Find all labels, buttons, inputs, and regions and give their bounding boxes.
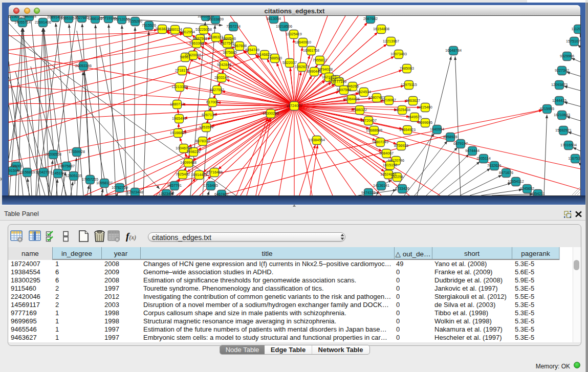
svg-text:6879197: 6879197 <box>453 141 468 146</box>
svg-text:1353594: 1353594 <box>199 125 213 129</box>
svg-text:8699695: 8699695 <box>418 120 432 125</box>
svg-text:14055714: 14055714 <box>14 20 31 25</box>
svg-text:10782759: 10782759 <box>112 185 128 190</box>
svg-text:252254: 252254 <box>391 174 403 179</box>
svg-text:6467467: 6467467 <box>214 192 229 195</box>
svg-text:8354211: 8354211 <box>531 191 545 195</box>
svg-text:391594: 391594 <box>9 168 19 173</box>
svg-text:1965493: 1965493 <box>172 116 186 121</box>
svg-text:10975887: 10975887 <box>58 164 75 168</box>
svg-text:9329966: 9329966 <box>560 54 574 58</box>
svg-text:12093873: 12093873 <box>551 82 568 87</box>
svg-text:1880713: 1880713 <box>170 102 184 106</box>
svg-text:2935114: 2935114 <box>476 156 490 161</box>
svg-text:19166829: 19166829 <box>170 130 186 135</box>
svg-text:19654923: 19654923 <box>399 127 416 132</box>
svg-text:9857791: 9857791 <box>167 183 182 188</box>
svg-text:17016504: 17016504 <box>560 143 577 147</box>
svg-text:7625402: 7625402 <box>176 172 190 177</box>
svg-text:1640954: 1640954 <box>430 127 444 132</box>
svg-text:19218506: 19218506 <box>276 24 292 29</box>
svg-text:18300295: 18300295 <box>263 111 279 116</box>
svg-text:16961758: 16961758 <box>303 48 319 53</box>
svg-text:20364436: 20364436 <box>343 97 360 101</box>
svg-text:9327508: 9327508 <box>193 36 207 41</box>
svg-text:1145194: 1145194 <box>51 171 64 176</box>
svg-text:9115460: 9115460 <box>418 105 432 110</box>
svg-text:8756928: 8756928 <box>394 143 408 148</box>
svg-text:7386322: 7386322 <box>353 107 367 112</box>
svg-text:12042737: 12042737 <box>35 170 52 174</box>
svg-text:8215955: 8215955 <box>540 106 554 111</box>
svg-text:8186323: 8186323 <box>209 35 223 39</box>
svg-text:12923448: 12923448 <box>127 190 143 194</box>
svg-text:6216067: 6216067 <box>382 98 396 102</box>
svg-text:16154808: 16154808 <box>373 27 389 31</box>
svg-text:7632621: 7632621 <box>487 163 502 168</box>
svg-text:7663822: 7663822 <box>155 27 169 31</box>
svg-text:1112063: 1112063 <box>572 27 580 31</box>
svg-text:15751074: 15751074 <box>566 39 580 43</box>
svg-text:12213389: 12213389 <box>171 84 188 89</box>
svg-text:1588520: 1588520 <box>268 56 282 60</box>
svg-text:9463627: 9463627 <box>406 98 420 103</box>
svg-text:16914479: 16914479 <box>191 172 207 177</box>
svg-text:8912954: 8912954 <box>181 30 195 34</box>
svg-text:9327546: 9327546 <box>222 36 236 41</box>
svg-text:7485063: 7485063 <box>400 66 414 71</box>
svg-text:18640910: 18640910 <box>295 40 311 45</box>
svg-text:16033809: 16033809 <box>207 17 224 21</box>
svg-text:9245652: 9245652 <box>520 186 534 191</box>
svg-text:8813054: 8813054 <box>267 16 281 21</box>
svg-text:1244415: 1244415 <box>552 98 567 103</box>
svg-text:8267130: 8267130 <box>202 113 216 117</box>
svg-text:617006: 617006 <box>206 100 219 104</box>
svg-text:98961: 98961 <box>180 55 190 59</box>
svg-text:11156819: 11156819 <box>19 170 35 174</box>
svg-text:7357274: 7357274 <box>226 24 241 29</box>
svg-text:16120746: 16120746 <box>388 158 404 163</box>
svg-text:10688609: 10688609 <box>366 128 382 133</box>
svg-text:2718176: 2718176 <box>175 68 189 73</box>
svg-text:8219071: 8219071 <box>9 16 22 19</box>
svg-text:9363362: 9363362 <box>189 41 204 46</box>
svg-text:8454749: 8454749 <box>245 48 259 52</box>
svg-text:8427552: 8427552 <box>210 87 224 92</box>
svg-text:1716485: 1716485 <box>204 183 218 188</box>
svg-text:10973493: 10973493 <box>390 52 407 56</box>
svg-text:16648784: 16648784 <box>445 48 462 53</box>
svg-text:10025438: 10025438 <box>394 107 410 112</box>
svg-text:15692971: 15692971 <box>555 128 572 133</box>
svg-text:9227342: 9227342 <box>555 68 569 73</box>
svg-text:1527602: 1527602 <box>75 16 89 20</box>
svg-text:17359928: 17359928 <box>69 149 85 154</box>
svg-text:2803144: 2803144 <box>214 75 229 80</box>
svg-text:2967608: 2967608 <box>232 43 247 48</box>
svg-text:12975115: 12975115 <box>401 82 417 87</box>
svg-text:7955812: 7955812 <box>313 58 327 62</box>
svg-text:8471676: 8471676 <box>499 170 513 175</box>
svg-text:1733426: 1733426 <box>395 186 409 191</box>
svg-text:6794028: 6794028 <box>318 67 333 72</box>
svg-text:9242848: 9242848 <box>217 62 231 67</box>
svg-text:1615152: 1615152 <box>383 163 397 167</box>
svg-text:9777169: 9777169 <box>332 79 346 84</box>
svg-text:20053346: 20053346 <box>75 63 92 68</box>
svg-text:12213967: 12213967 <box>383 39 399 43</box>
svg-text:1362615: 1362615 <box>295 64 309 69</box>
svg-text:16210643: 16210643 <box>554 113 570 117</box>
svg-text:3624534: 3624534 <box>357 90 371 94</box>
svg-text:9474444: 9474444 <box>465 148 480 153</box>
svg-text:1649575: 1649575 <box>407 115 422 119</box>
svg-text:22691406: 22691406 <box>35 20 51 25</box>
svg-text:10958107: 10958107 <box>96 181 113 185</box>
svg-text:735001: 735001 <box>10 164 23 168</box>
svg-text:2087682: 2087682 <box>363 16 378 21</box>
svg-text:9474325: 9474325 <box>361 190 376 195</box>
svg-text:1167534: 1167534 <box>568 156 580 161</box>
svg-text:8958928: 8958928 <box>443 135 458 139</box>
svg-text:12505135: 12505135 <box>66 173 82 178</box>
svg-text:3875685: 3875685 <box>223 50 237 55</box>
svg-text:14099488: 14099488 <box>180 160 197 165</box>
svg-text:7515526: 7515526 <box>142 23 156 28</box>
